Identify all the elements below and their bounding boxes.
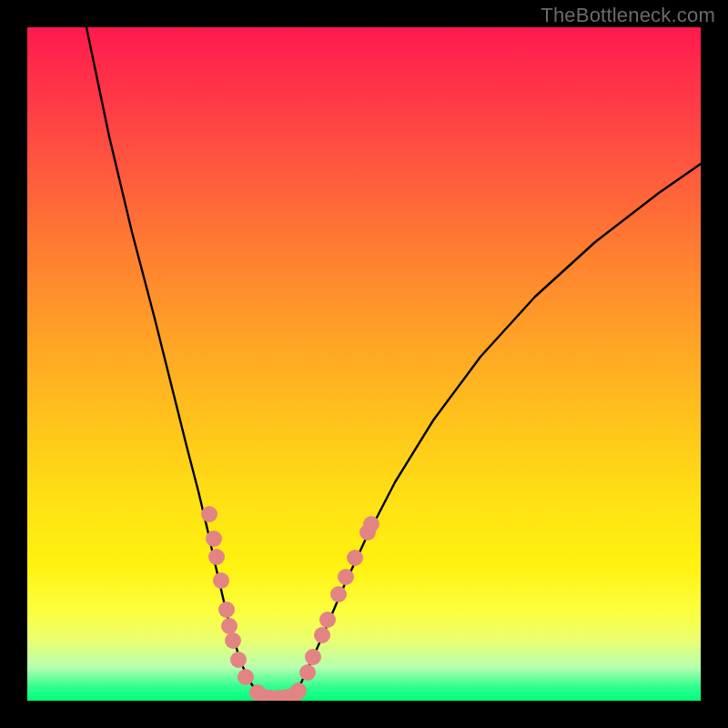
marker-dot — [218, 602, 235, 618]
marker-dot — [338, 569, 354, 585]
marker-dot — [314, 627, 330, 643]
bottleneck-curve — [86, 27, 701, 698]
marker-dot — [330, 586, 347, 602]
marker-dot — [347, 550, 363, 566]
marker-dot — [221, 618, 238, 634]
plot-area — [27, 27, 701, 701]
marker-dot — [206, 531, 222, 547]
marker-group — [201, 506, 379, 701]
marker-dot — [213, 572, 229, 589]
chart-frame: TheBottleneck.com — [0, 0, 728, 728]
marker-dot — [238, 669, 254, 685]
marker-dot — [208, 549, 225, 565]
marker-dot — [305, 649, 321, 665]
marker-dot — [230, 652, 247, 668]
marker-dot — [225, 632, 241, 649]
marker-dot — [299, 664, 316, 681]
watermark-text: TheBottleneck.com — [541, 4, 715, 27]
marker-dot — [363, 516, 379, 532]
marker-dot — [319, 612, 336, 628]
marker-dot — [201, 506, 217, 522]
chart-svg — [27, 27, 701, 701]
